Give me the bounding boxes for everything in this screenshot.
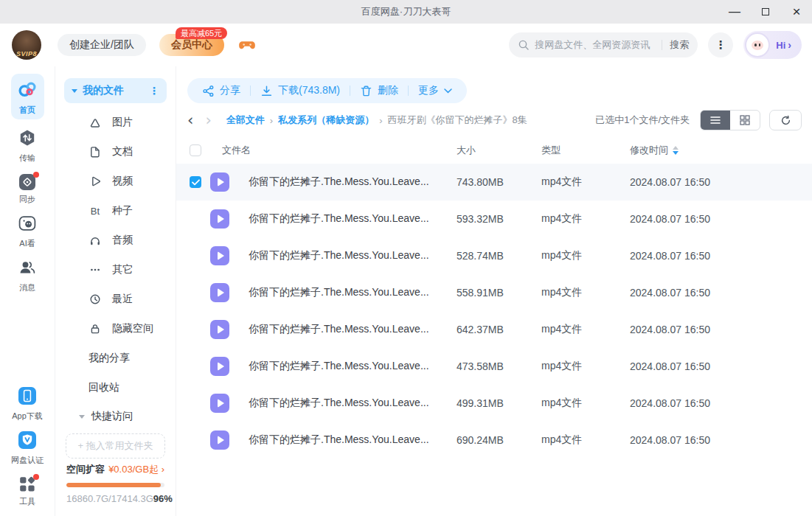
- storage-expand-label: 空间扩容: [66, 463, 105, 476]
- notification-dot: [33, 172, 39, 178]
- refresh-button[interactable]: [769, 110, 802, 130]
- sidebar-item-documents[interactable]: 文档: [55, 137, 176, 167]
- column-header-size[interactable]: 大小: [457, 144, 541, 157]
- dots-vertical-icon[interactable]: ⋮: [149, 85, 159, 97]
- file-size: 528.74MB: [457, 250, 541, 262]
- file-name[interactable]: 你留下的烂摊子.The.Mess.You.Leave...: [237, 249, 457, 262]
- file-name[interactable]: 你留下的烂摊子.The.Mess.You.Leave...: [237, 397, 457, 410]
- rail-item-messages[interactable]: 消息: [18, 259, 36, 293]
- greeting-label: Hi: [776, 40, 785, 51]
- breadcrumb-item-folder[interactable]: 私发系列（稀缺资源）: [278, 114, 374, 127]
- table-row[interactable]: 你留下的烂摊子.The.Mess.You.Leave... 593.32MB m…: [176, 201, 812, 237]
- sidebar-item-recent[interactable]: 最近: [55, 285, 176, 314]
- user-account[interactable]: Hi ›: [743, 31, 802, 59]
- sidebar-item-images[interactable]: 图片: [55, 108, 176, 137]
- list-view-icon: [710, 116, 721, 125]
- sidebar-item-torrents[interactable]: Bt 种子: [55, 196, 176, 226]
- file-size: 499.31MB: [457, 397, 541, 409]
- rail-item-sync[interactable]: 同步: [18, 173, 36, 205]
- video-file-icon: [210, 172, 229, 192]
- share-button[interactable]: 分享: [202, 84, 240, 97]
- collapse-triangle-icon[interactable]: [72, 89, 77, 93]
- create-team-button[interactable]: 创建企业/团队: [58, 34, 146, 56]
- sort-icon[interactable]: [673, 146, 679, 155]
- app-download-icon: [18, 387, 36, 408]
- file-modified: 2024.08.07 16:50: [630, 397, 812, 409]
- sidebar-item-my-shares[interactable]: 我的分享: [55, 344, 176, 373]
- storage-price-link[interactable]: ¥0.03/GB起 ›: [108, 463, 164, 476]
- maximize-button[interactable]: [750, 0, 781, 24]
- column-header-name[interactable]: 文件名: [210, 144, 457, 157]
- close-button[interactable]: ×: [781, 0, 812, 24]
- video-file-icon: [210, 430, 229, 450]
- table-row[interactable]: 你留下的烂摊子.The.Mess.You.Leave... 642.37MB m…: [176, 311, 812, 348]
- breadcrumb-item-current: 西班牙剧《你留下的烂摊子》8集: [388, 114, 527, 127]
- minimize-button[interactable]: —: [719, 0, 750, 24]
- app-body: 首页 传输 同步 AI看: [0, 66, 812, 516]
- sidebar-item-hidden-space[interactable]: 隐藏空间: [55, 314, 176, 344]
- window-title: 百度网盘·刀刀大表哥: [0, 5, 812, 18]
- rail-item-app-download[interactable]: App下载: [12, 387, 43, 422]
- breadcrumb-item-root[interactable]: 全部文件: [226, 114, 265, 127]
- column-header-type[interactable]: 类型: [541, 144, 630, 157]
- user-vip-logo[interactable]: SVIP8: [12, 30, 41, 60]
- select-all-checkbox[interactable]: [190, 144, 201, 156]
- row-checkbox[interactable]: [190, 176, 201, 188]
- search-box[interactable]: 搜网盘文件、全网资源资讯 搜索: [509, 32, 698, 57]
- nav-forward-button[interactable]: ›: [205, 113, 211, 128]
- sidebar-item-others[interactable]: 其它: [55, 255, 176, 285]
- rail-item-label: 同步: [19, 194, 35, 205]
- video-file-icon: [210, 209, 229, 229]
- collapse-triangle-icon[interactable]: [79, 415, 85, 419]
- game-center-icon[interactable]: [237, 35, 257, 55]
- file-size: 743.80MB: [457, 176, 541, 188]
- more-menu-button[interactable]: ⋮: [708, 32, 733, 57]
- table-row[interactable]: 你留下的烂摊子.The.Mess.You.Leave... 528.74MB m…: [176, 237, 812, 274]
- rail-item-home[interactable]: 首页: [11, 74, 44, 119]
- search-placeholder[interactable]: 搜网盘文件、全网资源资讯: [535, 38, 654, 52]
- sidebar-item-quick-access[interactable]: 快捷访问: [55, 402, 176, 430]
- file-name[interactable]: 你留下的烂摊子.The.Mess.You.Leave...: [237, 286, 457, 299]
- rail-item-transfer[interactable]: 传输: [18, 129, 36, 164]
- vip-center-wrap: 会员中心 最高减65元: [159, 34, 224, 56]
- sidebar-item-audio[interactable]: 音频: [55, 226, 176, 255]
- rail-item-tools[interactable]: 工具: [18, 475, 36, 507]
- sidebar-item-videos[interactable]: 视频: [55, 167, 176, 196]
- search-button[interactable]: 搜索: [670, 38, 689, 52]
- download-button[interactable]: 下载(743.8M): [260, 84, 340, 97]
- table-row[interactable]: 你留下的烂摊子.The.Mess.You.Leave... 473.58MB m…: [176, 348, 812, 385]
- file-name[interactable]: 你留下的烂摊子.The.Mess.You.Leave...: [237, 360, 457, 373]
- file-type: mp4文件: [541, 175, 630, 189]
- file-name[interactable]: 你留下的烂摊子.The.Mess.You.Leave...: [237, 323, 457, 336]
- more-button[interactable]: 更多: [418, 84, 452, 97]
- torrent-icon: Bt: [89, 206, 101, 217]
- grid-view-button[interactable]: [730, 111, 760, 130]
- file-size: 642.37MB: [457, 324, 541, 335]
- sidebar-item-my-files[interactable]: 我的文件 ⋮: [64, 78, 167, 103]
- other-icon: [89, 264, 101, 276]
- file-name[interactable]: 你留下的烂摊子.The.Mess.You.Leave...: [237, 212, 457, 226]
- trash-icon: [360, 85, 372, 97]
- column-header-modified[interactable]: 修改时间: [630, 144, 812, 157]
- table-row[interactable]: 你留下的烂摊子.The.Mess.You.Leave... 558.91MB m…: [176, 274, 812, 311]
- file-modified: 2024.08.07 16:50: [630, 287, 812, 299]
- avatar-face: [752, 41, 763, 50]
- table-row[interactable]: 你留下的烂摊子.The.Mess.You.Leave... 743.80MB m…: [176, 164, 812, 201]
- tools-icon: [18, 475, 36, 493]
- video-file-icon: [210, 246, 229, 265]
- rail-item-certification[interactable]: 网盘认证: [11, 431, 44, 466]
- sidebar-item-recycle-bin[interactable]: 回收站: [55, 373, 176, 402]
- nav-back-button[interactable]: ‹: [187, 113, 193, 128]
- list-view-button[interactable]: [701, 111, 730, 130]
- table-row[interactable]: 你留下的烂摊子.The.Mess.You.Leave... 690.24MB m…: [176, 422, 812, 459]
- delete-button[interactable]: 删除: [360, 84, 398, 97]
- rail-item-ai-view[interactable]: AI看: [18, 215, 36, 249]
- file-name[interactable]: 你留下的烂摊子.The.Mess.You.Leave...: [237, 433, 457, 447]
- file-modified: 2024.08.07 16:50: [630, 213, 812, 225]
- video-file-icon: [210, 357, 229, 376]
- window-controls: — ×: [719, 0, 812, 24]
- app-header: SVIP8 创建企业/团队 会员中心 最高减65元 搜网盘文件、全网资源资讯 搜…: [0, 24, 812, 66]
- file-name[interactable]: 你留下的烂摊子.The.Mess.You.Leave...: [237, 175, 457, 189]
- folder-drop-zone[interactable]: + 拖入常用文件夹: [66, 433, 165, 459]
- table-row[interactable]: 你留下的烂摊子.The.Mess.You.Leave... 499.31MB m…: [176, 385, 812, 422]
